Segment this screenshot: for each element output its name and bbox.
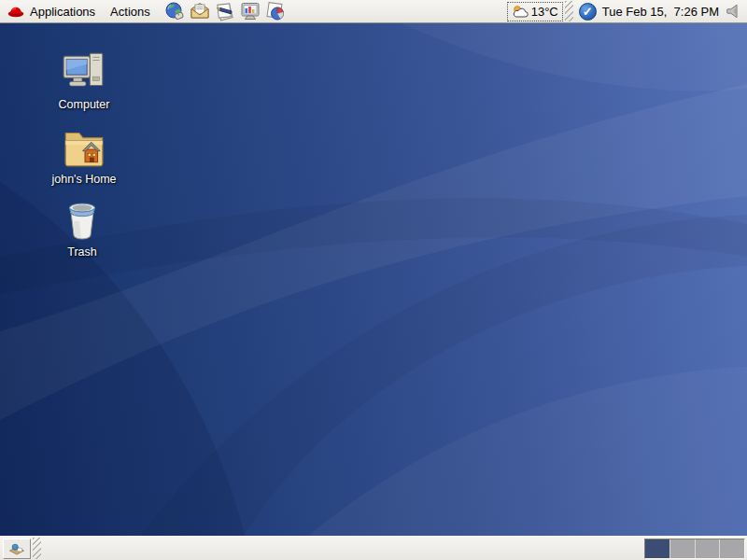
desktop-workspace[interactable]: Computer john's Home xyxy=(0,23,747,536)
email-launcher[interactable] xyxy=(189,0,211,22)
workspace-cell[interactable] xyxy=(696,539,721,558)
panel-handle[interactable] xyxy=(33,538,41,559)
computer-icon xyxy=(61,49,107,94)
email-icon xyxy=(190,1,210,21)
desktop-screen: Applications Actions xyxy=(0,0,747,560)
workspace-cell[interactable] xyxy=(645,539,670,558)
window-list xyxy=(43,537,644,560)
presentation-icon xyxy=(240,1,261,21)
spreadsheet-icon xyxy=(265,1,286,21)
volume-control[interactable] xyxy=(725,3,741,20)
actions-menu[interactable]: Actions xyxy=(103,0,158,22)
word-processor-launcher[interactable] xyxy=(214,0,236,22)
show-desktop-icon xyxy=(8,541,25,556)
speaker-icon xyxy=(725,3,741,20)
word-processor-icon xyxy=(215,1,235,21)
redhat-menu-icon xyxy=(7,6,24,18)
workspace-cell[interactable] xyxy=(720,539,744,558)
spreadsheet-launcher[interactable] xyxy=(264,0,287,22)
workspace-switcher xyxy=(644,539,745,559)
desktop-icon-computer[interactable]: Computer xyxy=(28,49,140,111)
desktop-icon-label: Computer xyxy=(59,98,110,111)
desktop-icon-trash[interactable]: Trash xyxy=(26,199,138,259)
applications-menu[interactable]: Applications xyxy=(0,0,103,22)
panel-handle[interactable] xyxy=(565,1,573,21)
presentation-launcher[interactable] xyxy=(239,0,261,22)
weather-applet[interactable]: 13°C xyxy=(507,2,563,21)
desktop-icon-label: Trash xyxy=(67,245,97,259)
desktop-icon-label: john's Home xyxy=(51,173,116,186)
workspace-cell[interactable] xyxy=(670,539,696,558)
web-browser-icon xyxy=(164,1,185,21)
top-panel: Applications Actions xyxy=(0,0,747,23)
partly-cloudy-icon xyxy=(512,5,529,19)
weather-temperature: 13°C xyxy=(531,5,558,19)
applications-menu-label: Applications xyxy=(30,5,95,19)
update-check-icon[interactable] xyxy=(579,3,597,21)
show-desktop-button[interactable] xyxy=(3,539,31,559)
bottom-panel xyxy=(0,536,747,560)
web-browser-launcher[interactable] xyxy=(163,0,186,22)
clock[interactable]: Tue Feb 15, 7:26 PM xyxy=(602,5,719,19)
home-folder-icon xyxy=(61,124,107,169)
launcher-bar xyxy=(163,0,287,22)
trash-icon xyxy=(61,199,104,242)
actions-menu-label: Actions xyxy=(110,5,150,19)
desktop-icon-home[interactable]: john's Home xyxy=(28,124,140,186)
